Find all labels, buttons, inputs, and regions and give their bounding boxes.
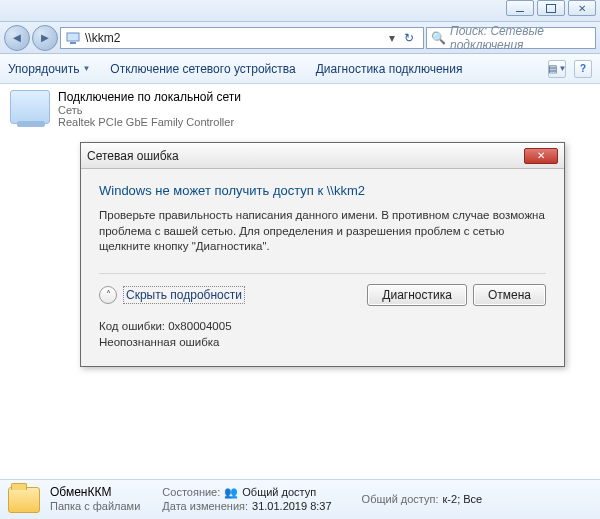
forward-button[interactable]: ► — [32, 25, 58, 51]
monitor-icon — [10, 90, 50, 124]
dialog-title: Сетевая ошибка — [87, 149, 179, 163]
diagnose-label: Диагностика подключения — [316, 62, 463, 76]
search-placeholder: Поиск: Сетевые подключения — [450, 24, 591, 52]
adapter-network: Сеть — [58, 104, 241, 116]
share-value: к-2; Все — [443, 493, 483, 507]
folder-name: ОбменККМ — [50, 485, 140, 500]
search-box[interactable]: 🔍 Поиск: Сетевые подключения — [426, 27, 596, 49]
share-label: Общий доступ: — [362, 493, 439, 507]
address-text: \\kkm2 — [85, 31, 385, 45]
date-value: 31.01.2019 8:37 — [252, 500, 332, 514]
minimize-button[interactable] — [506, 0, 534, 16]
back-button[interactable]: ◄ — [4, 25, 30, 51]
disable-device-button[interactable]: Отключение сетевого устройства — [110, 62, 295, 76]
address-bar[interactable]: \\kkm2 ▾ ↻ — [60, 27, 424, 49]
network-adapter-item[interactable]: Подключение по локальной сети Сеть Realt… — [10, 90, 590, 128]
state-label: Состояние: — [162, 486, 220, 500]
window-close-button[interactable] — [568, 0, 596, 16]
adapter-title: Подключение по локальной сети — [58, 90, 241, 104]
svg-rect-1 — [70, 42, 76, 44]
address-dropdown-icon[interactable]: ▾ — [385, 31, 399, 45]
dialog-close-button[interactable]: ✕ — [524, 148, 558, 164]
state-value: Общий доступ — [242, 486, 316, 500]
adapter-text: Подключение по локальной сети Сеть Realt… — [58, 90, 241, 128]
view-options-button[interactable]: ▤▼ — [548, 60, 566, 78]
adapter-device: Realtek PCIe GbE Family Controller — [58, 116, 241, 128]
folder-icon — [8, 487, 40, 513]
network-error-dialog: Сетевая ошибка ✕ Windows не может получи… — [80, 142, 565, 367]
dialog-titlebar[interactable]: Сетевая ошибка ✕ — [81, 143, 564, 169]
error-details: Код ошибки: 0x80004005 Неопознанная ошиб… — [99, 318, 546, 350]
share-icon: 👥 — [224, 486, 238, 500]
disable-label: Отключение сетевого устройства — [110, 62, 295, 76]
window-chrome — [0, 0, 600, 22]
dialog-heading: Windows не может получить доступ к \\kkm… — [99, 183, 546, 198]
hide-details-link[interactable]: Скрыть подробности — [123, 286, 245, 304]
help-button[interactable]: ? — [574, 60, 592, 78]
svg-rect-0 — [67, 33, 79, 41]
state-date-col: Состояние: 👥 Общий доступ Дата изменения… — [162, 486, 331, 514]
navigation-bar: ◄ ► \\kkm2 ▾ ↻ 🔍 Поиск: Сетевые подключе… — [0, 22, 600, 54]
network-location-icon — [65, 30, 81, 46]
command-bar: Упорядочить ▼ Отключение сетевого устрой… — [0, 54, 600, 84]
diagnose-button[interactable]: Диагностика — [367, 284, 467, 306]
maximize-button[interactable] — [537, 0, 565, 16]
content-pane: Подключение по локальной сети Сеть Realt… — [0, 84, 600, 134]
error-code: Код ошибки: 0x80004005 — [99, 318, 546, 334]
chevron-up-icon[interactable]: ˄ — [99, 286, 117, 304]
dialog-action-row: ˄ Скрыть подробности Диагностика Отмена — [99, 273, 546, 306]
diagnose-connection-button[interactable]: Диагностика подключения — [316, 62, 463, 76]
date-label: Дата изменения: — [162, 500, 248, 514]
organize-menu[interactable]: Упорядочить ▼ — [8, 62, 90, 76]
share-col: Общий доступ: к-2; Все — [362, 493, 483, 507]
organize-label: Упорядочить — [8, 62, 79, 76]
folder-type: Папка с файлами — [50, 500, 140, 514]
folder-name-col: ОбменККМ Папка с файлами — [50, 485, 140, 514]
search-icon: 🔍 — [431, 31, 446, 45]
cancel-button[interactable]: Отмена — [473, 284, 546, 306]
dialog-message: Проверьте правильность написания данного… — [99, 208, 546, 255]
details-pane: ОбменККМ Папка с файлами Состояние: 👥 Об… — [0, 479, 600, 519]
refresh-icon[interactable]: ↻ — [399, 31, 419, 45]
error-description: Неопознанная ошибка — [99, 334, 546, 350]
dialog-body: Windows не может получить доступ к \\kkm… — [81, 169, 564, 366]
chevron-down-icon: ▼ — [82, 64, 90, 73]
